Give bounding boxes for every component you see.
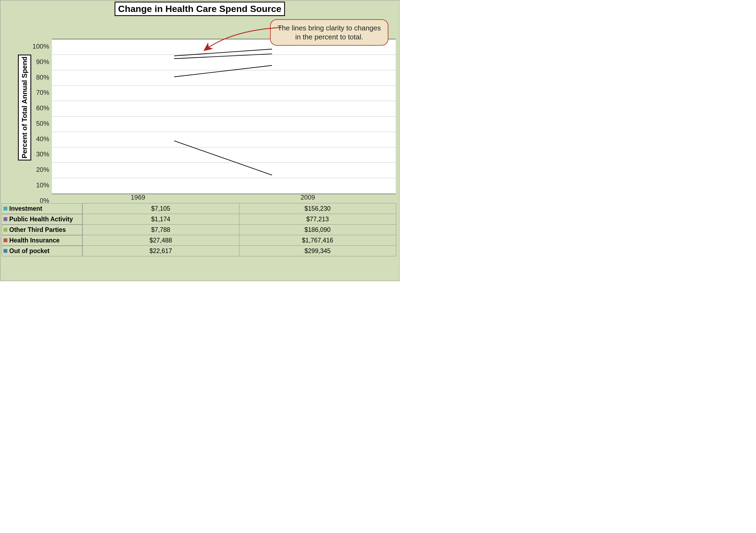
data-table: Investment $7,105 $156,230 Public Health… — [2, 203, 396, 256]
connector-lines — [52, 39, 396, 193]
legend-out-of-pocket: Out of pocket — [2, 246, 82, 256]
legend-third-parties: Other Third Parties — [2, 224, 82, 235]
chart-title-text: Change in Health Care Spend Source — [118, 4, 282, 14]
callout-text: The lines bring clarity to changes in th… — [278, 24, 381, 41]
cell-third-parties-2009: $186,090 — [239, 224, 396, 235]
table-row: Investment $7,105 $156,230 — [2, 203, 396, 214]
svg-line-1 — [174, 65, 272, 77]
cell-public-health-1969: $1,174 — [82, 214, 239, 224]
chart-title: Change in Health Care Spend Source — [115, 2, 285, 16]
cell-health-insurance-2009: $1,767,416 — [239, 235, 396, 246]
x-category-1969: 1969 — [131, 193, 145, 201]
callout-annotation: The lines bring clarity to changes in th… — [270, 19, 388, 46]
table-row: Health Insurance $27,488 $1,767,416 — [2, 235, 396, 246]
y-tick-60: 60% — [36, 104, 49, 112]
legend-public-health: Public Health Activity — [2, 214, 82, 224]
cell-public-health-2009: $77,213 — [239, 214, 396, 224]
legend-health-insurance: Health Insurance — [2, 235, 82, 246]
table-row: Public Health Activity $1,174 $77,213 — [2, 214, 396, 224]
cell-third-parties-1969: $7,788 — [82, 224, 239, 235]
y-tick-10: 10% — [36, 181, 49, 189]
swatch-icon — [4, 228, 7, 232]
cell-investment-1969: $7,105 — [82, 203, 239, 214]
y-tick-80: 80% — [36, 74, 49, 81]
chart-frame: Change in Health Care Spend Source Perce… — [0, 0, 399, 281]
y-axis-label-box: Percent of Total Annual Spend — [18, 55, 31, 161]
table-row: Other Third Parties $7,788 $186,090 — [2, 224, 396, 235]
svg-line-0 — [174, 141, 272, 175]
x-category-2009: 2009 — [301, 193, 315, 201]
cell-out-of-pocket-2009: $299,345 — [239, 246, 396, 256]
y-tick-30: 30% — [36, 150, 49, 158]
y-tick-50: 50% — [36, 120, 49, 127]
y-axis-label: Percent of Total Annual Spend — [20, 57, 29, 159]
y-tick-70: 70% — [36, 89, 49, 96]
table-row: Out of pocket $22,617 $299,345 — [2, 246, 396, 256]
y-tick-100: 100% — [33, 43, 49, 50]
svg-line-3 — [174, 49, 272, 56]
swatch-icon — [4, 217, 7, 221]
swatch-icon — [4, 239, 7, 242]
cell-health-insurance-1969: $27,488 — [82, 235, 239, 246]
plot-area — [52, 39, 396, 194]
cell-out-of-pocket-1969: $22,617 — [82, 246, 239, 256]
swatch-icon — [4, 207, 7, 211]
y-tick-20: 20% — [36, 166, 49, 173]
legend-investment: Investment — [2, 203, 82, 214]
y-tick-90: 90% — [36, 58, 49, 66]
y-tick-40: 40% — [36, 135, 49, 143]
cell-investment-2009: $156,230 — [239, 203, 396, 214]
swatch-icon — [4, 249, 7, 253]
